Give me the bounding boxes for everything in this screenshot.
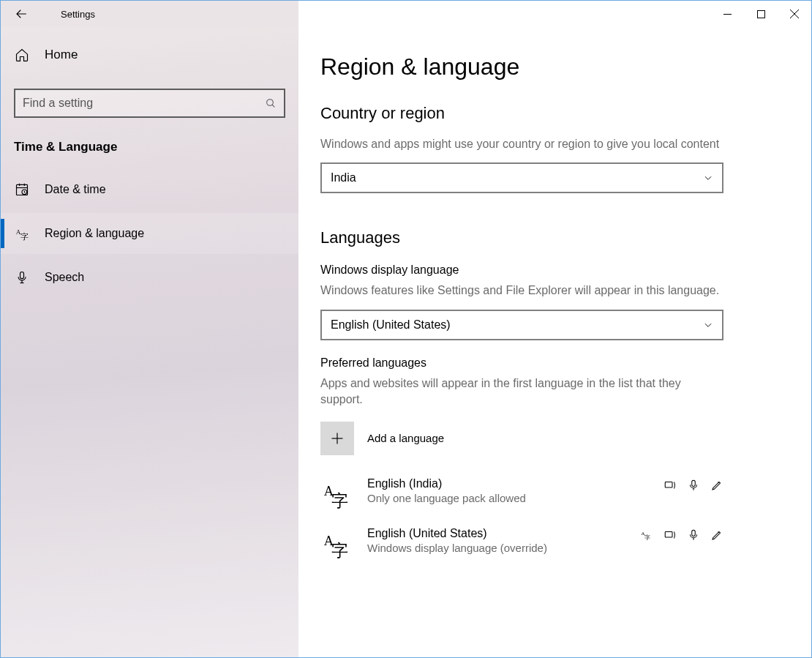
text-to-speech-icon xyxy=(663,528,677,542)
sidebar-item-region-language[interactable]: A字 Region & language xyxy=(1,213,298,254)
sidebar-item-label: Speech xyxy=(45,271,84,284)
content-pane: Region & language Country or region Wind… xyxy=(298,27,811,657)
display-language-dropdown[interactable]: English (United States) xyxy=(320,310,723,340)
region-dropdown[interactable]: India xyxy=(320,162,723,193)
display-language-sub: Windows display language xyxy=(320,263,723,277)
language-glyph-icon: A字 xyxy=(320,527,354,561)
region-value: India xyxy=(331,171,356,184)
plus-box xyxy=(320,422,354,455)
svg-line-5 xyxy=(272,105,274,107)
add-language-label: Add a language xyxy=(367,432,444,444)
display-language-desc: Windows features like Settings and File … xyxy=(320,283,723,299)
minimize-icon xyxy=(723,10,732,18)
language-features: A字 xyxy=(640,528,723,542)
svg-rect-27 xyxy=(665,531,672,537)
language-name: English (India) xyxy=(367,477,663,490)
titlebar-left: Settings xyxy=(1,1,298,27)
sidebar: Home Time & Language Date & time A字 Regi… xyxy=(1,27,298,657)
svg-rect-1 xyxy=(757,10,764,18)
maximize-icon xyxy=(757,10,765,18)
minimize-button[interactable] xyxy=(710,1,744,27)
search-input[interactable] xyxy=(23,97,265,110)
region-heading: Country or region xyxy=(320,104,723,123)
text-to-speech-icon xyxy=(663,479,677,492)
sidebar-home[interactable]: Home xyxy=(14,34,285,75)
add-language-button[interactable]: Add a language xyxy=(320,422,723,455)
preferred-languages-desc: Apps and websites will appear in the fir… xyxy=(320,375,723,408)
svg-text:字: 字 xyxy=(331,490,348,508)
language-item[interactable]: A字 English (India) Only one language pac… xyxy=(320,477,723,511)
svg-rect-28 xyxy=(692,530,696,536)
svg-text:字: 字 xyxy=(331,540,348,558)
sidebar-item-speech[interactable]: Speech xyxy=(1,257,298,298)
display-language-value: English (United States) xyxy=(331,318,451,332)
language-text: English (India) Only one language pack a… xyxy=(367,477,663,504)
search-icon xyxy=(265,97,277,109)
language-features xyxy=(663,479,723,492)
language-text: English (United States) Windows display … xyxy=(367,527,640,554)
svg-rect-13 xyxy=(20,272,24,279)
home-icon xyxy=(14,48,30,62)
svg-text:字: 字 xyxy=(20,232,29,241)
chevron-down-icon xyxy=(703,173,713,183)
svg-rect-21 xyxy=(692,480,696,486)
handwriting-icon xyxy=(710,479,723,492)
microphone-icon xyxy=(14,270,30,285)
svg-rect-20 xyxy=(665,482,672,487)
handwriting-icon xyxy=(710,528,723,542)
close-button[interactable] xyxy=(778,1,811,27)
preferred-languages-sub: Preferred languages xyxy=(320,356,723,370)
language-sub: Windows display language (override) xyxy=(367,542,640,554)
region-desc: Windows and apps might use your country … xyxy=(320,136,723,152)
close-icon xyxy=(790,10,799,18)
sidebar-item-label: Date & time xyxy=(45,183,106,196)
plus-icon xyxy=(330,431,345,446)
back-button[interactable] xyxy=(7,1,36,27)
window-title: Settings xyxy=(61,9,95,20)
languages-heading: Languages xyxy=(320,228,723,247)
speech-icon xyxy=(687,479,700,492)
page-title: Region & language xyxy=(320,53,723,81)
svg-text:字: 字 xyxy=(644,534,650,541)
calendar-clock-icon xyxy=(14,182,30,197)
language-item[interactable]: A字 English (United States) Windows displ… xyxy=(320,527,723,561)
svg-point-4 xyxy=(267,100,274,106)
sidebar-item-label: Region & language xyxy=(45,227,144,240)
body: Home Time & Language Date & time A字 Regi… xyxy=(1,27,811,657)
display-language-icon: A字 xyxy=(640,528,653,542)
sidebar-group-title: Time & Language xyxy=(14,140,285,154)
speech-icon xyxy=(687,528,700,542)
settings-window: Settings Home xyxy=(0,0,812,658)
maximize-button[interactable] xyxy=(744,1,778,27)
titlebar-right xyxy=(298,1,811,27)
search-box[interactable] xyxy=(14,89,285,118)
sidebar-item-date-time[interactable]: Date & time xyxy=(1,169,298,210)
titlebar: Settings xyxy=(1,1,811,27)
chevron-down-icon xyxy=(703,320,713,330)
language-name: English (United States) xyxy=(367,527,640,540)
home-label: Home xyxy=(45,48,78,62)
language-icon: A字 xyxy=(14,226,30,241)
language-glyph-icon: A字 xyxy=(320,477,354,511)
back-arrow-icon xyxy=(15,7,28,20)
language-sub: Only one language pack allowed xyxy=(367,492,663,504)
